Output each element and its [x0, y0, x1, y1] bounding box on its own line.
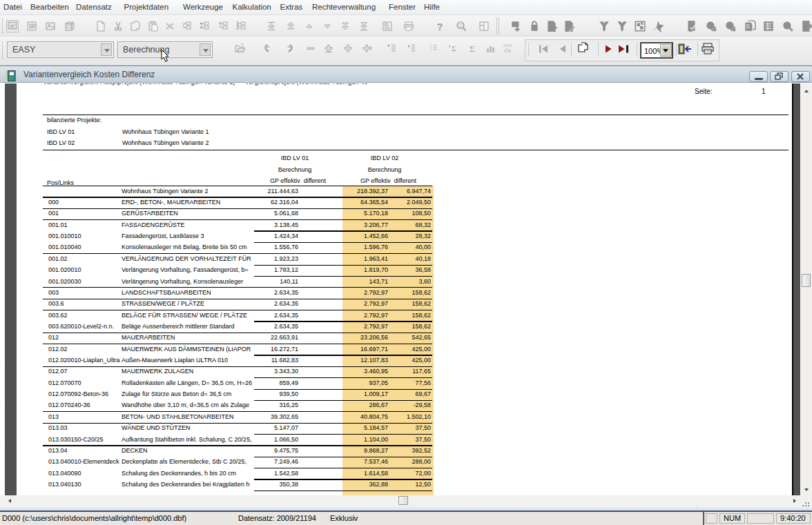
svg-text:REB: REB [503, 43, 512, 48]
svg-text:?: ? [437, 21, 443, 32]
svg-text:Σ: Σ [452, 44, 456, 52]
svg-text:Σ: Σ [470, 43, 475, 54]
